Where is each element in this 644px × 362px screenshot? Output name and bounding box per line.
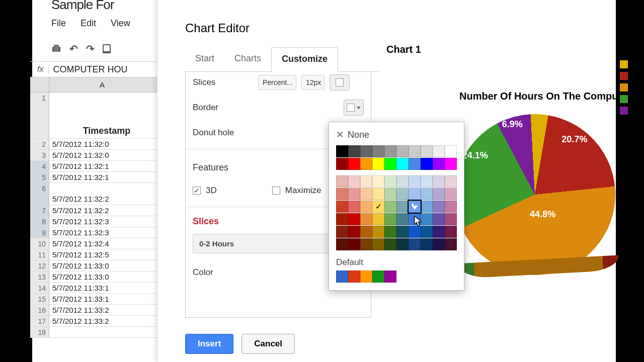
picker-none-row[interactable]: ✕ None [336, 129, 457, 140]
color-swatch[interactable] [360, 145, 372, 157]
color-swatch[interactable] [348, 158, 360, 170]
color-swatch[interactable] [433, 238, 445, 250]
color-swatch[interactable] [348, 238, 360, 250]
default-color-swatch[interactable] [360, 270, 372, 283]
color-swatch[interactable] [348, 188, 360, 200]
color-swatch[interactable] [445, 175, 457, 188]
color-swatch[interactable] [409, 175, 421, 188]
color-swatch[interactable] [396, 201, 409, 213]
cell[interactable]: 5/7/2012 11:32:1 [49, 161, 161, 171]
cell[interactable]: 5/7/2012 11:32:5 [49, 249, 161, 260]
color-swatch[interactable] [336, 201, 348, 213]
cell[interactable]: 5/7/2012 11:33:0 [49, 260, 161, 271]
color-swatch[interactable] [384, 226, 396, 238]
color-swatch[interactable] [336, 175, 348, 188]
color-swatch[interactable] [372, 213, 384, 225]
cell[interactable]: 5/7/2012 11:33:2 [49, 305, 161, 315]
color-swatch[interactable] [336, 188, 348, 200]
cell[interactable]: 5/7/2012 11:32:2 [49, 183, 161, 205]
column-header-A[interactable]: A [49, 77, 155, 93]
color-swatch[interactable] [372, 201, 384, 213]
color-swatch[interactable] [372, 226, 384, 238]
color-swatch[interactable] [348, 175, 360, 188]
cell[interactable]: 5/7/2012 11:32:3 [49, 227, 161, 238]
color-swatch[interactable] [409, 213, 421, 225]
color-swatch[interactable] [421, 175, 433, 188]
cell[interactable]: 5/7/2012 11:33:1 [49, 294, 161, 304]
color-swatch[interactable] [421, 188, 433, 200]
color-swatch[interactable] [360, 238, 372, 250]
color-swatch[interactable] [360, 158, 372, 170]
tab-customize[interactable]: Customize [271, 47, 338, 72]
redo-icon[interactable]: ↷ [86, 43, 95, 55]
legend-item[interactable]: 1 [620, 95, 636, 103]
color-swatch[interactable] [336, 145, 348, 157]
color-swatch[interactable] [372, 145, 384, 157]
color-swatch[interactable] [409, 226, 421, 238]
color-swatch[interactable] [421, 158, 433, 170]
color-swatch[interactable] [384, 145, 396, 157]
color-swatch[interactable] [445, 145, 457, 157]
menu-file[interactable]: File [51, 18, 66, 28]
color-swatch[interactable] [360, 213, 372, 225]
paint-format-icon[interactable] [103, 44, 111, 53]
color-swatch[interactable] [445, 201, 457, 213]
color-swatch[interactable] [409, 145, 421, 157]
color-swatch[interactable] [384, 238, 396, 250]
color-swatch[interactable] [384, 213, 396, 225]
cell[interactable]: 5/7/2012 11:33:0 [49, 272, 161, 282]
cell[interactable]: 5/7/2012 11:32:0 [49, 150, 161, 160]
cell[interactable]: 5/7/2012 11:33:2 [49, 316, 161, 326]
color-swatch[interactable] [336, 213, 348, 225]
cell-grid[interactable]: 1Timestamp25/7/2012 11:32:035/7/2012 11:… [30, 93, 161, 338]
color-swatch[interactable] [445, 188, 457, 200]
color-swatch[interactable] [384, 188, 396, 200]
formula-bar[interactable]: fx COMPUTER HOU [30, 61, 161, 77]
color-swatch[interactable] [421, 213, 433, 225]
tab-start[interactable]: Start [185, 47, 224, 71]
legend-item[interactable]: 2 [620, 71, 636, 80]
legend-item[interactable]: 5 [620, 83, 636, 92]
color-swatch[interactable] [433, 145, 445, 157]
color-swatch[interactable] [433, 226, 445, 238]
color-swatch[interactable] [348, 201, 360, 213]
color-swatch[interactable] [384, 175, 396, 188]
default-color-swatch[interactable] [336, 270, 348, 283]
menu-edit[interactable]: Edit [80, 18, 96, 28]
color-swatch[interactable] [396, 226, 409, 238]
color-swatch[interactable] [421, 238, 433, 250]
slice-size-combo[interactable]: 12px [301, 75, 325, 90]
color-swatch[interactable] [396, 175, 409, 188]
menu-view[interactable]: View [111, 18, 130, 28]
color-swatch[interactable] [396, 238, 409, 250]
legend-item[interactable]: 1 [620, 106, 636, 115]
cancel-button[interactable]: Cancel [242, 334, 295, 354]
color-swatch[interactable] [433, 188, 445, 200]
tab-charts[interactable]: Charts [224, 47, 271, 71]
close-icon[interactable]: ✕ [336, 129, 344, 140]
insert-button[interactable]: Insert [185, 334, 233, 354]
color-swatch[interactable] [409, 158, 421, 170]
color-swatch[interactable] [409, 201, 421, 213]
color-swatch[interactable] [336, 238, 348, 250]
color-swatch[interactable] [360, 201, 372, 213]
color-swatch[interactable] [372, 158, 384, 170]
border-color-picker[interactable] [344, 100, 364, 116]
color-swatch[interactable] [360, 226, 372, 238]
print-icon[interactable] [51, 44, 61, 54]
color-swatch[interactable] [372, 238, 384, 250]
color-swatch[interactable] [433, 158, 445, 170]
default-color-swatch[interactable] [372, 270, 384, 283]
color-swatch[interactable] [372, 188, 384, 200]
color-swatch[interactable] [348, 213, 360, 225]
maximize-checkbox[interactable] [272, 187, 280, 195]
color-swatch[interactable] [409, 188, 421, 200]
color-swatch[interactable] [396, 213, 409, 225]
color-swatch[interactable] [348, 145, 360, 157]
color-swatch[interactable] [360, 175, 372, 188]
color-swatch[interactable] [372, 175, 384, 188]
color-swatch[interactable] [421, 145, 433, 157]
color-swatch[interactable] [421, 226, 433, 238]
undo-icon[interactable]: ↶ [69, 43, 78, 55]
color-swatch[interactable] [445, 213, 457, 225]
